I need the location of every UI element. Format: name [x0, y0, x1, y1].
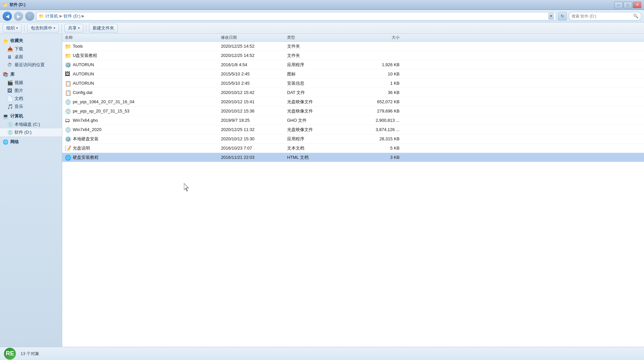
- sidebar-item-downloads[interactable]: 📥 下载: [0, 45, 62, 53]
- breadcrumb-computer-label[interactable]: 计算机: [45, 13, 58, 19]
- file-type: 文件夹: [287, 43, 353, 49]
- table-row[interactable]: 📋 Config.dat 2020/10/12 15:42 DAT 文件 36 …: [62, 88, 644, 97]
- file-name: Win7x64_2020: [73, 127, 102, 132]
- back-button[interactable]: ◀: [3, 12, 12, 21]
- file-type: HTML 文档: [287, 155, 353, 160]
- file-name: 硬盘安装教程: [73, 155, 99, 160]
- sidebar: ⭐ 收藏夹 📥 下载 🖥 桌面 ⏱ 最近访问的位置 📚 库 �: [0, 34, 62, 347]
- table-row[interactable]: 💿 pe_yqs_1064_20_07_31_16_04 2020/10/12 …: [62, 97, 644, 107]
- file-icon: 💿: [65, 127, 71, 133]
- file-date: 2020/12/25 11:32: [221, 127, 287, 132]
- breadcrumb: 📁 计算机 ▶ 软件 (D:) ▶ ▼: [36, 12, 556, 21]
- file-size: 279,696 KB: [353, 109, 406, 113]
- file-name: 本地硬盘安装: [73, 136, 99, 142]
- sidebar-header-library[interactable]: 📚 库: [0, 70, 62, 79]
- file-icon: ⚙️: [65, 62, 71, 68]
- drive-c-icon: 💿: [7, 122, 13, 127]
- table-row[interactable]: 📁 U盘安装教程 2020/12/25 14:52 文件夹: [62, 51, 644, 60]
- file-date: 2020/12/25 14:52: [221, 44, 287, 49]
- file-date: 2016/1/8 4:54: [221, 62, 287, 67]
- file-list: 📁 Tools 2020/12/25 14:52 文件夹 📁 U盘安装教程 20…: [62, 42, 644, 162]
- file-list-header: 名称 修改日期 类型 大小: [62, 34, 644, 42]
- sidebar-section-favorites: ⭐ 收藏夹 📥 下载 🖥 桌面 ⏱ 最近访问的位置: [0, 36, 62, 69]
- breadcrumb-computer[interactable]: 📁: [39, 14, 44, 19]
- forward-button[interactable]: ▶: [14, 12, 23, 21]
- share-button[interactable]: 共享 ▾: [64, 24, 83, 32]
- breadcrumb-sep-1: ▶: [60, 14, 62, 18]
- minimize-button[interactable]: ─: [614, 2, 623, 8]
- file-size: 3,874,126 ...: [353, 127, 406, 132]
- table-row[interactable]: ⚙️ 本地硬盘安装 2020/10/12 15:30 应用程序 28,315 K…: [62, 134, 644, 144]
- table-row[interactable]: 📁 Tools 2020/12/25 14:52 文件夹: [62, 42, 644, 51]
- file-size: 10 KB: [353, 71, 406, 76]
- breadcrumb-dropdown[interactable]: ▼: [548, 13, 554, 20]
- file-size: 1 KB: [353, 81, 406, 86]
- table-row[interactable]: 💿 Win7x64_2020 2020/12/25 11:32 光盘映像文件 3…: [62, 125, 644, 134]
- file-date: 2020/12/25 14:52: [221, 53, 287, 58]
- file-date: 2020/10/12 15:42: [221, 90, 287, 95]
- search-box[interactable]: 🔍: [569, 12, 641, 21]
- videos-icon: 🎬: [7, 80, 13, 85]
- sidebar-item-videos[interactable]: 🎬 视频: [0, 79, 62, 87]
- address-bar: ◀ ▶ ↑ 📁 计算机 ▶ 软件 (D:) ▶ ▼ ↻ 🔍: [0, 10, 644, 22]
- file-name: AUTORUN: [73, 71, 94, 76]
- table-row[interactable]: 🖼 AUTORUN 2015/5/10 2:45 图标 10 KB: [62, 69, 644, 79]
- file-icon: 🗂: [65, 117, 71, 123]
- search-input[interactable]: [572, 14, 632, 19]
- file-date: 2020/10/12 15:36: [221, 109, 287, 113]
- organize-button[interactable]: 组织 ▾: [3, 24, 21, 32]
- file-name: AUTORUN: [73, 81, 94, 86]
- table-row[interactable]: 📋 AUTORUN 2015/5/10 2:45 安装信息 1 KB: [62, 79, 644, 88]
- table-row[interactable]: ⚙️ AUTORUN 2016/1/8 4:54 应用程序 1,926 KB: [62, 60, 644, 69]
- sidebar-item-drive-c[interactable]: 💿 本地磁盘 (C:): [0, 120, 62, 128]
- col-header-type[interactable]: 类型: [287, 35, 353, 40]
- toolbar-divider-2: [62, 24, 62, 32]
- table-row[interactable]: 💿 pe_yqs_xp_20_07_31_15_53 2020/10/12 15…: [62, 107, 644, 116]
- file-size: 28,315 KB: [353, 136, 406, 141]
- file-date: 2015/5/10 2:45: [221, 81, 287, 86]
- maximize-button[interactable]: □: [623, 2, 632, 8]
- table-row[interactable]: 📝 光盘说明 2016/10/23 7:07 文本文档 5 KB: [62, 144, 644, 153]
- col-header-size[interactable]: 大小: [353, 35, 406, 40]
- file-date: 2015/5/10 2:45: [221, 71, 287, 76]
- up-button[interactable]: ↑: [25, 12, 34, 21]
- file-date: 2019/9/7 19:25: [221, 118, 287, 123]
- close-button[interactable]: ✕: [633, 2, 641, 8]
- file-type: DAT 文件: [287, 90, 353, 96]
- sidebar-item-desktop[interactable]: 🖥 桌面: [0, 53, 62, 61]
- sidebar-header-network[interactable]: 🌐 网络: [0, 138, 62, 146]
- sidebar-header-computer[interactable]: 💻 计算机: [0, 112, 62, 120]
- window-controls: ─ □ ✕: [614, 2, 641, 8]
- sidebar-item-pictures[interactable]: 🖼 图片: [0, 87, 62, 95]
- main-area: ⭐ 收藏夹 📥 下载 🖥 桌面 ⏱ 最近访问的位置 📚 库 �: [0, 34, 644, 347]
- add-to-library-button[interactable]: 包含到库中 ▾: [27, 24, 59, 32]
- sidebar-item-drive-d[interactable]: 💿 软件 (D:): [0, 128, 62, 136]
- new-folder-button[interactable]: 新建文件夹: [89, 24, 118, 32]
- refresh-button[interactable]: ↻: [558, 12, 567, 21]
- add-to-library-arrow: ▾: [54, 26, 55, 30]
- title-bar: 📁 软件 (D:) ─ □ ✕: [0, 0, 644, 10]
- file-icon: 📁: [65, 53, 71, 59]
- network-icon: 🌐: [3, 139, 8, 145]
- table-row[interactable]: 🗂 Win7x64.gho 2019/9/7 19:25 GHO 文件 2,90…: [62, 116, 644, 125]
- sidebar-section-computer: 💻 计算机 💿 本地磁盘 (C:) 💿 软件 (D:): [0, 112, 62, 136]
- window-icon: 📁: [3, 3, 8, 7]
- title-bar-title: 📁 软件 (D:): [3, 2, 25, 8]
- pictures-icon: 🖼: [7, 88, 13, 93]
- table-row[interactable]: 🌐 硬盘安装教程 2016/11/21 22:03 HTML 文档 3 KB: [62, 153, 644, 162]
- col-header-name[interactable]: 名称: [62, 35, 221, 40]
- toolbar: 组织 ▾ 包含到库中 ▾ 共享 ▾ 新建文件夹: [0, 22, 644, 34]
- sidebar-item-music[interactable]: 🎵 音乐: [0, 103, 62, 111]
- file-name: AUTORUN: [73, 62, 94, 67]
- file-type: 光盘映像文件: [287, 127, 353, 133]
- sidebar-item-documents[interactable]: 📄 文档: [0, 95, 62, 103]
- sidebar-item-recent[interactable]: ⏱ 最近访问的位置: [0, 61, 62, 69]
- downloads-icon: 📥: [7, 46, 13, 52]
- status-logo: RE: [4, 348, 16, 360]
- file-icon: 📝: [65, 145, 71, 151]
- file-type: GHO 文件: [287, 117, 353, 123]
- file-date: 2020/10/12 15:41: [221, 99, 287, 104]
- sidebar-header-favorites[interactable]: ⭐ 收藏夹: [0, 36, 62, 45]
- breadcrumb-drive[interactable]: 软件 (D:): [64, 13, 80, 19]
- col-header-date[interactable]: 修改日期: [221, 35, 287, 40]
